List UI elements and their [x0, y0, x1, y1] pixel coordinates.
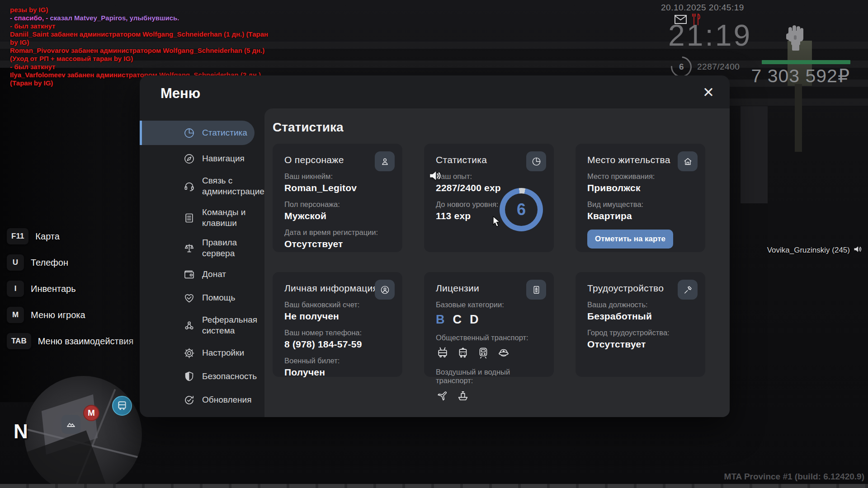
house-icon	[678, 151, 698, 171]
sidebar-item-label: Настройки	[202, 347, 244, 358]
sidebar-item-label: Команды и клавиши	[202, 207, 260, 229]
field-value: Не получен	[284, 311, 392, 322]
mark-on-map-button[interactable]: Отметить на карте	[587, 230, 673, 249]
sidebar-item-referral[interactable]: Реферальная система	[140, 311, 264, 339]
scene-tree-trunk	[795, 84, 802, 152]
compass-north-label: N	[14, 420, 28, 443]
key-badge: I	[7, 281, 24, 297]
field-label: Город трудоустройства:	[587, 328, 694, 337]
keybind-hints: F11 Карта U Телефон I Инвентарь M Меню и…	[7, 228, 133, 349]
photo-arrows-icon	[61, 415, 80, 434]
sidebar-item-settings[interactable]: Настройки	[140, 343, 264, 363]
field-value: Безработный	[587, 311, 694, 322]
key-badge: U	[7, 254, 24, 271]
hud-level-number: 6	[679, 62, 684, 72]
field-label: Вид имущества:	[587, 200, 694, 209]
headset-icon	[183, 180, 195, 192]
menu-title: Меню	[160, 85, 200, 102]
card-residence: Место жительства Место проживания: Приво…	[576, 144, 705, 252]
chat-log: резы by IG) - спасибо, - сказал Matvey_P…	[10, 6, 270, 87]
server-watermark: MTA Province #1 (build: 6.12420.9)	[724, 472, 864, 482]
sidebar-item-label: Реферальная система	[202, 314, 260, 336]
bottom-loading-strip	[0, 484, 868, 488]
metro-badge: M	[83, 405, 99, 421]
hud-health-bar	[762, 60, 850, 64]
field-value: 2287/2400 exp	[436, 183, 504, 193]
sidebar-item-navigation[interactable]: Навигация	[140, 149, 264, 169]
keybind-label: Телефон	[31, 258, 68, 268]
key-badge: F11	[7, 228, 28, 244]
sidebar-item-statistics[interactable]: Статистика	[140, 121, 255, 145]
card-licenses: Лицензии Базовые категории: B C D Общест…	[424, 272, 554, 377]
bus-stop-badge	[112, 396, 132, 416]
plane-icon	[436, 389, 449, 404]
chat-text: резы by IG)	[10, 6, 48, 14]
sidebar-item-label: Навигация	[202, 153, 245, 164]
chat-line: - спасибо, - сказал Matvey_Papiros, улыб…	[10, 14, 270, 22]
voice-indicator: Vovika_Gruzinskiy (245)	[767, 245, 862, 255]
gear-icon	[183, 347, 195, 359]
sidebar-item-donate[interactable]: Донат	[140, 264, 264, 284]
mouse-cursor	[493, 216, 501, 230]
field-label: Общественный транспорт:	[436, 333, 543, 342]
field-value: Roman_Legitov	[284, 183, 392, 193]
keybind-phone: U Телефон	[7, 254, 133, 271]
field-label: Воздушный и водный транспорт:	[436, 368, 543, 385]
ship-icon	[456, 389, 470, 404]
metro-icon	[476, 346, 490, 361]
shield-icon	[183, 371, 195, 383]
hud-level-indicator: 6 2287/2400	[671, 56, 740, 77]
hud-money: 7 303 592₽	[751, 65, 850, 87]
field-label: Ваш никнейм:	[284, 172, 392, 181]
minimap	[24, 376, 142, 488]
sidebar-item-label: Статистика	[202, 127, 247, 138]
sidebar-item-label: Донат	[202, 269, 226, 280]
level-progress-ring: 6	[500, 188, 543, 231]
sidebar-item-help[interactable]: Помощь	[140, 288, 264, 308]
wallet-icon	[183, 268, 195, 281]
keybind-map: F11 Карта	[7, 228, 133, 244]
key-badge: M	[7, 307, 24, 323]
field-label: Дата и время регистрации:	[284, 228, 392, 237]
document-icon	[183, 212, 195, 224]
voice-activity-speaker-icon	[429, 170, 442, 183]
sidebar-item-security[interactable]: Безопасность	[140, 366, 264, 386]
card-personal-info: Личная информация Ваш банковский счет: Н…	[273, 272, 402, 377]
card-employment: Трудоустройство Ваша должность: Безработ…	[576, 272, 705, 377]
field-value: Приволжск	[587, 183, 694, 193]
chat-text: - спасибо, -	[10, 14, 50, 22]
sidebar-item-updates[interactable]: Обновления	[140, 390, 264, 410]
pie-chart-icon	[183, 127, 195, 139]
close-icon[interactable]: ✕	[703, 85, 714, 99]
license-category-c: C	[453, 313, 462, 327]
field-label: Ваш номер телефона:	[284, 328, 392, 337]
level-number: 6	[500, 188, 543, 231]
hud-xp-counter: 2287/2400	[697, 62, 740, 72]
card-character: О персонаже Ваш никнейм: Roman_Legitov П…	[273, 144, 402, 252]
trolleybus-icon	[436, 346, 449, 361]
chat-line: - был заткнут	[10, 63, 270, 71]
sidebar-item-server-rules[interactable]: Правила сервера	[140, 235, 264, 261]
sidebar-item-admin-contact[interactable]: Связь с администрацией	[140, 172, 264, 200]
speaker-icon	[853, 245, 862, 255]
chat-text: сказал Matvey_Papiros, улыбнувшись.	[50, 14, 179, 22]
chat-line: резы by IG)	[10, 6, 270, 14]
field-value: Получен	[284, 367, 392, 378]
chat-text: Daniil_Saint забанен администратором Wol…	[10, 30, 268, 46]
keybind-interaction-menu: TAB Меню взаимодействия	[7, 333, 133, 349]
air-water-transport-icons	[436, 389, 543, 404]
stats-cards-grid: О персонаже Ваш никнейм: Roman_Legitov П…	[273, 144, 730, 377]
tram-icon	[456, 346, 470, 361]
field-label: До нового уровня:	[436, 200, 504, 209]
sidebar-item-label: Обновления	[202, 394, 251, 405]
sidebar-item-commands-keys[interactable]: Команды и клавиши	[140, 204, 264, 232]
sidebar-item-label: Правила сервера	[202, 237, 260, 259]
sidebar-item-label: Связь с администрацией	[202, 175, 269, 197]
license-categories: B C D	[436, 313, 543, 327]
chat-line: Roman_Pivovarov забанен администратором …	[10, 47, 270, 63]
field-label: Место проживания:	[587, 172, 694, 181]
compass-icon	[183, 153, 195, 165]
field-value: 8 (978) 184-57-59	[284, 339, 392, 350]
field-label: Ваш банковский счет:	[284, 300, 392, 309]
fist-icon	[785, 23, 806, 53]
